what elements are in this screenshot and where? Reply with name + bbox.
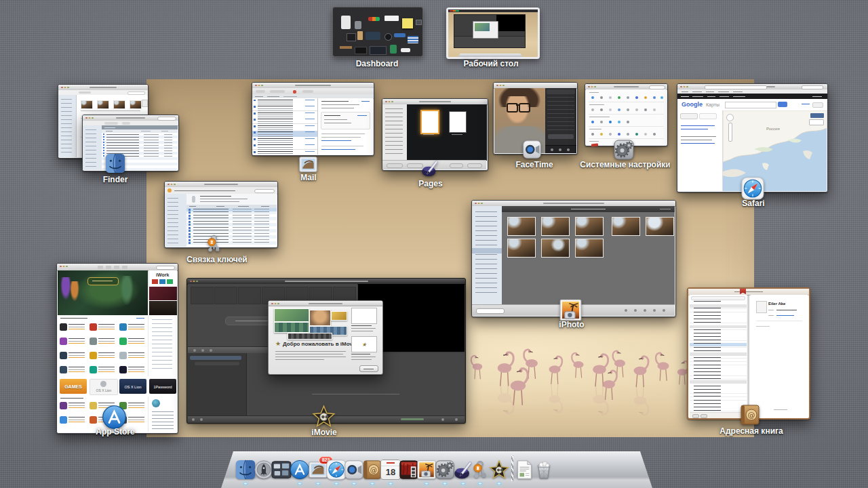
running-indicator (316, 483, 321, 485)
dock-item-ical[interactable]: 18 (380, 460, 401, 480)
appstore-banner-osx-dark[interactable]: OS X Lion (119, 379, 146, 394)
dock-item-mission-control[interactable] (271, 460, 292, 480)
pages-template-sidebar (382, 104, 408, 161)
pages-app-icon[interactable] (420, 159, 439, 178)
addressbook-app-icon[interactable] (739, 404, 761, 426)
keychain-app-icon[interactable] (204, 234, 224, 253)
finder-label: Finder (103, 175, 128, 184)
running-indicator (425, 483, 429, 485)
dock-divider (511, 455, 513, 481)
appstore-banner-side: iWork (149, 270, 177, 315)
iphoto-header-strip (502, 206, 675, 212)
sysprefs-pane (586, 89, 667, 145)
imovie-welcome-close-button[interactable] (359, 365, 378, 372)
safari-map: Россия (723, 110, 827, 191)
map-country-label: Россия (766, 127, 780, 131)
mail-app-icon[interactable] (298, 155, 318, 174)
mail-window[interactable] (252, 82, 374, 156)
dock-item-system-preferences[interactable] (435, 460, 455, 480)
dock-item-address-book[interactable] (362, 460, 382, 480)
addressbook-window[interactable]: Eiler Ake (687, 287, 810, 420)
imovie-welcome-dialog[interactable]: ★ Добро пожаловать в iMovie ★ (268, 300, 383, 375)
running-indicator (443, 483, 448, 485)
running-indicator (298, 483, 302, 485)
running-indicator (334, 483, 339, 485)
space-desktop-thumbnail[interactable] (446, 7, 540, 59)
facetime-label: FaceTime (515, 160, 553, 169)
running-indicator (461, 483, 466, 485)
running-indicator (497, 483, 502, 485)
safari-window[interactable]: Google Карты Россия (677, 83, 828, 192)
finder-sidebar (58, 95, 77, 157)
safari-maps-sidebar (677, 110, 723, 191)
addressbook-contact-name: Eiler Ake (768, 302, 785, 306)
keychain-sidebar (165, 194, 187, 247)
mail-message-list (252, 98, 318, 155)
imovie-welcome-collage (274, 308, 346, 338)
dock-item-iphoto[interactable] (416, 460, 437, 480)
iwork-banner-label: iWork (156, 272, 169, 277)
dock-item-mail[interactable]: 823 (308, 460, 328, 480)
appstore-featured-banner (58, 270, 148, 315)
space-desktop-label: Рабочий стол (463, 59, 518, 68)
keychain-item-list (186, 208, 277, 247)
running-indicator (243, 483, 248, 485)
mail-label: Mail (300, 173, 316, 182)
safari-app-icon[interactable] (741, 177, 764, 200)
keychain-label: Связка ключей (186, 255, 247, 264)
dock-item-finder[interactable] (235, 460, 256, 480)
running-indicator (370, 483, 375, 485)
finder-front-sidebar (83, 125, 102, 170)
dock-item-keychain[interactable] (470, 460, 490, 480)
imovie-welcome-side: ★ (350, 308, 378, 366)
facetime-contacts-panel (545, 88, 576, 153)
sysprefs-window[interactable] (585, 83, 668, 146)
iphoto-label: iPhoto (559, 320, 584, 329)
facetime-app-icon[interactable] (522, 140, 542, 159)
appstore-sidebar-toppaid (148, 396, 177, 432)
google-maps-word: Карты (706, 102, 719, 107)
imovie-app-icon[interactable] (312, 405, 336, 428)
dock-item-document[interactable] (514, 460, 534, 480)
mail-reading-pane (318, 98, 373, 155)
running-indicator (352, 483, 357, 485)
running-indicator (389, 483, 393, 485)
finder-window-front[interactable] (82, 115, 179, 171)
space-dashboard-label: Dashboard (356, 59, 399, 68)
imovie-label: iMovie (311, 428, 336, 437)
pages-template-chooser (407, 104, 487, 161)
dock-item-facetime[interactable] (344, 460, 364, 480)
dock-item-trash[interactable] (534, 460, 554, 480)
addressbook-name-list (690, 295, 747, 413)
pages-label: Pages (418, 179, 442, 188)
appstore-label: App Store (96, 427, 134, 436)
dock-item-imovie[interactable] (489, 460, 509, 480)
sysprefs-app-icon[interactable] (613, 139, 635, 161)
safari-maps-header: Google Карты (677, 99, 827, 111)
sysprefs-label: Системные настройки (580, 160, 670, 169)
imovie-star-glyph: ★ (275, 340, 281, 347)
dock-item-app-store[interactable] (290, 460, 310, 480)
google-logo: Google (682, 101, 703, 108)
mission-control-screen: @ (0, 0, 868, 488)
iphoto-app-icon[interactable] (559, 298, 583, 322)
appstore-banner-1password[interactable]: 1Password (149, 379, 176, 394)
appstore-banner-games[interactable]: GAMES (60, 379, 87, 394)
addressbook-label: Адресная книга (719, 426, 783, 436)
safari-label: Safari (742, 199, 764, 208)
iphoto-photo-grid (502, 212, 675, 305)
appstore-sidebar (148, 315, 177, 376)
imovie-welcome-title: Добро пожаловать в iMovie (283, 341, 357, 347)
imovie-welcome-title-row: ★ Добро пожаловать в iMovie (275, 340, 351, 348)
finder-app-icon[interactable] (105, 153, 125, 174)
imovie-event-sidebar (188, 353, 247, 416)
iphoto-sidebar (472, 206, 502, 305)
appstore-banner-osx-white[interactable]: OS X Lion (90, 379, 118, 395)
keychain-detail-pane (186, 194, 277, 205)
dock: 823 18 (221, 451, 652, 488)
addressbook-contact-card: Eiler Ake (751, 295, 808, 413)
safari-page-navbar (677, 94, 827, 99)
space-dashboard-thumbnail[interactable] (332, 7, 423, 57)
running-indicator (478, 483, 483, 485)
appstore-app-icon[interactable] (102, 405, 127, 430)
